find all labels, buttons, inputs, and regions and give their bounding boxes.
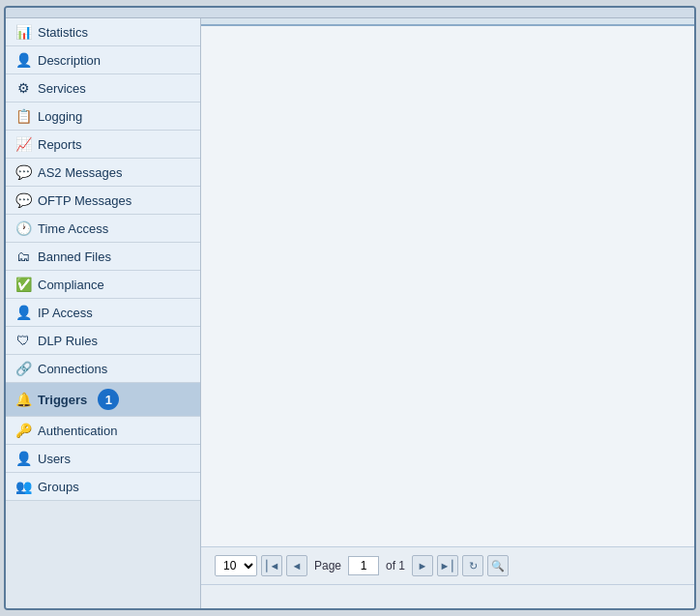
sidebar-item-time-access[interactable]: 🕐Time Access bbox=[6, 215, 200, 243]
main-panel: 10 25 50 ⎮◄ ◄ Page of 1 ► ►⎮ ↻ 🔍 bbox=[201, 18, 694, 608]
compliance-icon: ✅ bbox=[15, 277, 31, 292]
bottom-buttons bbox=[201, 584, 694, 608]
description-icon: 👤 bbox=[15, 52, 31, 68]
users-icon: 👤 bbox=[15, 451, 31, 466]
content-area: 📊Statistics👤Description⚙Services📋Logging… bbox=[6, 18, 694, 608]
sidebar-label-logging: Logging bbox=[38, 109, 82, 124]
sidebar-label-users: Users bbox=[38, 452, 71, 466]
sidebar-label-ip-access: IP Access bbox=[38, 306, 93, 320]
triggers-icon: 🔔 bbox=[15, 392, 31, 407]
sidebar-item-statistics[interactable]: 📊Statistics bbox=[6, 18, 200, 46]
sidebar-label-description: Description bbox=[38, 53, 101, 68]
sidebar-label-as2-messages: AS2 Messages bbox=[38, 165, 122, 180]
sidebar-label-authentication: Authentication bbox=[38, 424, 117, 438]
time-access-icon: 🕐 bbox=[15, 220, 31, 236]
dlp-rules-icon: 🛡 bbox=[15, 333, 31, 348]
sidebar-label-dlp-rules: DLP Rules bbox=[38, 334, 98, 348]
connections-icon: 🔗 bbox=[15, 361, 31, 376]
groups-icon: 👥 bbox=[15, 479, 31, 494]
sidebar-item-authentication[interactable]: 🔑Authentication bbox=[6, 417, 200, 445]
sidebar-item-dlp-rules[interactable]: 🛡DLP Rules bbox=[6, 327, 200, 355]
sidebar: 📊Statistics👤Description⚙Services📋Logging… bbox=[6, 18, 201, 608]
sidebar-item-description[interactable]: 👤Description bbox=[6, 46, 200, 74]
title-bar bbox=[6, 8, 694, 18]
authentication-icon: 🔑 bbox=[15, 423, 31, 438]
sidebar-item-logging[interactable]: 📋Logging bbox=[6, 103, 200, 131]
sidebar-item-users[interactable]: 👤Users bbox=[6, 445, 200, 473]
last-page-btn[interactable]: ►⎮ bbox=[437, 555, 458, 576]
page-label: Page bbox=[314, 559, 341, 572]
banned-files-icon: 🗂 bbox=[15, 249, 31, 264]
first-page-btn[interactable]: ⎮◄ bbox=[261, 555, 282, 576]
sidebar-label-reports: Reports bbox=[38, 137, 82, 152]
sidebar-label-compliance: Compliance bbox=[38, 278, 104, 292]
sidebar-item-connections[interactable]: 🔗Connections bbox=[6, 355, 200, 383]
next-page-btn[interactable]: ► bbox=[412, 555, 433, 576]
sidebar-item-ip-access[interactable]: 👤IP Access bbox=[6, 299, 200, 327]
table-container bbox=[201, 26, 694, 546]
as2-messages-icon: 💬 bbox=[15, 164, 31, 180]
sidebar-item-as2-messages[interactable]: 💬AS2 Messages bbox=[6, 159, 200, 187]
refresh-btn[interactable]: ↻ bbox=[462, 555, 483, 576]
of-label: of 1 bbox=[386, 559, 405, 572]
sidebar-item-oftp-messages[interactable]: 💬OFTP Messages bbox=[6, 187, 200, 215]
sidebar-label-groups: Groups bbox=[38, 480, 79, 494]
sidebar-label-triggers: Triggers bbox=[38, 393, 87, 407]
sidebar-item-services[interactable]: ⚙Services bbox=[6, 74, 200, 103]
sidebar-label-oftp-messages: OFTP Messages bbox=[38, 193, 131, 208]
sidebar-label-banned-files: Banned Files bbox=[38, 249, 111, 264]
search-btn[interactable]: 🔍 bbox=[487, 555, 509, 576]
sidebar-item-groups[interactable]: 👥Groups bbox=[6, 473, 200, 501]
reports-icon: 📈 bbox=[15, 136, 31, 152]
sidebar-item-banned-files[interactable]: 🗂Banned Files bbox=[6, 243, 200, 271]
sidebar-label-connections: Connections bbox=[38, 362, 107, 376]
services-icon: ⚙ bbox=[15, 80, 31, 96]
page-input[interactable] bbox=[348, 556, 379, 575]
prev-page-btn[interactable]: ◄ bbox=[286, 555, 307, 576]
sidebar-badge-triggers: 1 bbox=[98, 389, 119, 410]
sidebar-label-services: Services bbox=[38, 81, 86, 96]
tab-bar bbox=[201, 18, 694, 26]
sidebar-item-triggers[interactable]: 🔔Triggers1 bbox=[6, 383, 200, 417]
oftp-messages-icon: 💬 bbox=[15, 192, 31, 208]
sidebar-label-time-access: Time Access bbox=[38, 221, 108, 236]
sidebar-item-compliance[interactable]: ✅Compliance bbox=[6, 271, 200, 299]
page-size-select[interactable]: 10 25 50 bbox=[215, 555, 257, 576]
statistics-icon: 📊 bbox=[15, 24, 31, 40]
pagination-bar: 10 25 50 ⎮◄ ◄ Page of 1 ► ►⎮ ↻ 🔍 bbox=[201, 546, 694, 584]
sidebar-item-reports[interactable]: 📈Reports bbox=[6, 131, 200, 159]
sidebar-label-statistics: Statistics bbox=[38, 25, 88, 40]
logging-icon: 📋 bbox=[15, 108, 31, 124]
ip-access-icon: 👤 bbox=[15, 305, 31, 320]
app-window: 📊Statistics👤Description⚙Services📋Logging… bbox=[4, 6, 696, 610]
